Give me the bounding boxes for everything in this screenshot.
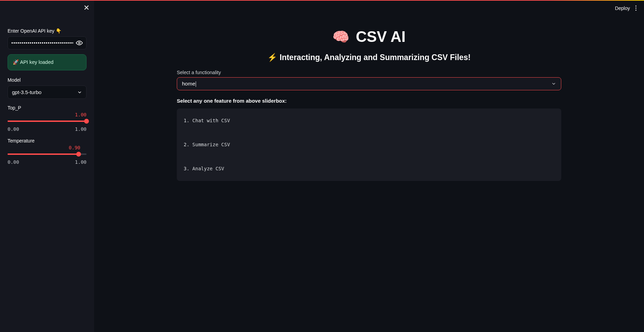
chevron-down-icon bbox=[551, 81, 556, 86]
temperature-slider-group: Temperature 0.90 0.00 1.00 bbox=[8, 138, 87, 165]
top-p-max: 1.00 bbox=[75, 126, 87, 132]
page-title: 🧠 CSV AI bbox=[332, 28, 405, 45]
menu-button[interactable] bbox=[634, 4, 638, 12]
title-text: CSV AI bbox=[356, 28, 405, 45]
eye-icon[interactable] bbox=[76, 39, 83, 46]
slider-thumb[interactable] bbox=[84, 119, 89, 124]
sidebar: Enter OpenAI API key 👇 🚀 API key loaded … bbox=[0, 1, 94, 332]
slider-thumb[interactable] bbox=[76, 152, 81, 157]
close-sidebar-button[interactable] bbox=[84, 5, 89, 12]
close-icon bbox=[84, 5, 89, 12]
top-p-label: Top_P bbox=[8, 105, 87, 111]
features-code-block: 1. Chat with CSV 2. Summarize CSV 3. Ana… bbox=[177, 108, 561, 181]
api-key-field-wrap bbox=[8, 36, 87, 49]
api-key-label: Enter OpenAI API key 👇 bbox=[8, 28, 87, 34]
deploy-button[interactable]: Deploy bbox=[615, 5, 630, 11]
dot-icon bbox=[635, 10, 636, 11]
app-container: Enter OpenAI API key 👇 🚀 API key loaded … bbox=[0, 0, 644, 332]
temperature-min: 0.00 bbox=[8, 159, 19, 165]
main-inner: 🧠 CSV AI ⚡ Interacting, Analyzing and Su… bbox=[177, 1, 561, 195]
temperature-label: Temperature bbox=[8, 138, 87, 144]
subtitle: ⚡ Interacting, Analyzing and Summarizing… bbox=[177, 53, 561, 62]
dot-icon bbox=[635, 8, 636, 9]
sidebar-content: Enter OpenAI API key 👇 🚀 API key loaded … bbox=[8, 28, 87, 165]
top-p-slider-group: Top_P 1.00 0.00 1.00 bbox=[8, 105, 87, 132]
model-value: gpt-3.5-turbo bbox=[12, 89, 42, 95]
success-message: 🚀 API key loaded bbox=[13, 59, 54, 65]
model-label: Model bbox=[8, 77, 87, 83]
slider-fill bbox=[8, 153, 79, 155]
temperature-slider[interactable] bbox=[8, 151, 87, 157]
brain-icon: 🧠 bbox=[332, 29, 349, 45]
model-select[interactable]: gpt-3.5-turbo bbox=[8, 85, 87, 99]
functionality-select[interactable]: home bbox=[177, 77, 561, 90]
api-key-input[interactable] bbox=[11, 40, 73, 46]
api-key-success-alert: 🚀 API key loaded bbox=[8, 54, 87, 70]
main-area: Deploy 🧠 CSV AI ⚡ Interacting, Analyzing… bbox=[94, 1, 644, 332]
topbar: Deploy bbox=[615, 4, 638, 12]
svg-point-0 bbox=[79, 42, 80, 44]
top-p-value: 1.00 bbox=[8, 112, 87, 117]
top-p-min: 0.00 bbox=[8, 126, 19, 132]
title-row: 🧠 CSV AI bbox=[177, 28, 561, 45]
prompt-text: Select any one feature from above slider… bbox=[177, 98, 561, 104]
top-p-slider[interactable] bbox=[8, 118, 87, 124]
slider-track bbox=[8, 121, 87, 122]
slider-track bbox=[8, 153, 87, 155]
dot-icon bbox=[635, 5, 636, 7]
temperature-minmax: 0.00 1.00 bbox=[8, 159, 87, 165]
chevron-down-icon bbox=[77, 90, 82, 95]
temperature-max: 1.00 bbox=[75, 159, 87, 165]
top-p-minmax: 0.00 1.00 bbox=[8, 126, 87, 132]
slider-fill bbox=[8, 121, 87, 122]
temperature-value: 0.90 bbox=[8, 145, 87, 150]
functionality-value: home bbox=[182, 81, 196, 87]
functionality-label: Select a functionality bbox=[177, 70, 561, 75]
